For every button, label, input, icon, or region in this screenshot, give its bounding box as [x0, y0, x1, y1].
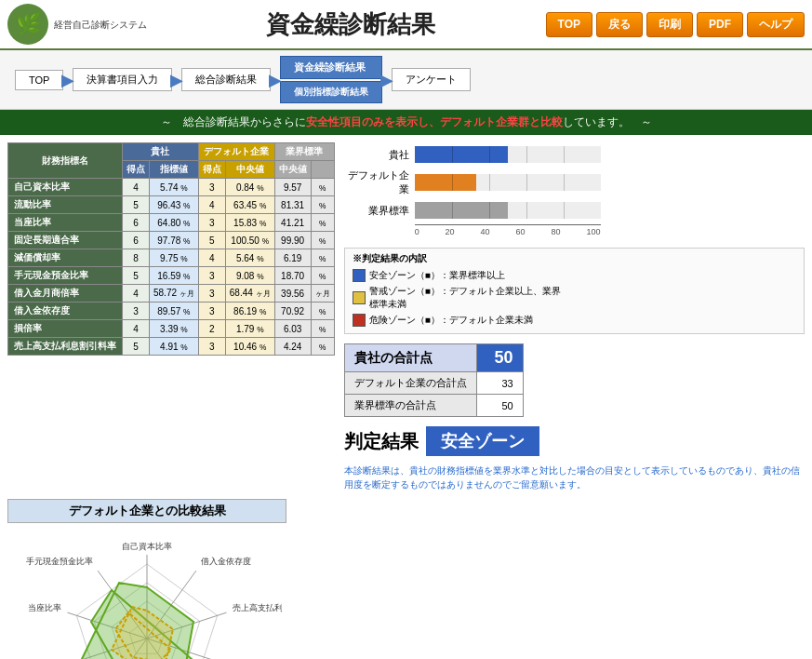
svg-text:自己資本比率: 自己資本比率 [122, 542, 172, 551]
cell-our-score: 5 [123, 196, 150, 214]
nav-top[interactable]: TOP [546, 12, 592, 37]
bar-chart-area: 貴社 デフォルト企業 [344, 142, 805, 240]
cell-ind-mid: 9.57 [274, 179, 311, 196]
cell-def-mid: 9.08 % [225, 267, 274, 285]
bar-row-default: デフォルト企業 [348, 168, 801, 196]
nav-print[interactable]: 印刷 [646, 12, 693, 37]
bar-axis: 0 20 40 60 80 100 [415, 224, 601, 236]
cell-def-score: 3 [198, 179, 225, 196]
cell-ind-unit: % [311, 196, 334, 214]
cell-ind-unit: % [311, 249, 334, 267]
score-val-industry: 50 [476, 395, 523, 417]
legend-safe: 安全ゾーン（■）：業界標準以上 [353, 269, 796, 282]
cell-def-mid: 5.64 % [225, 249, 274, 267]
cell-name: 自己資本比率 [8, 179, 123, 196]
cell-def-score: 3 [198, 267, 225, 285]
cell-ind-mid: 6.03 [274, 320, 311, 338]
cell-def-mid: 63.45 % [225, 196, 274, 214]
cell-our-score: 5 [123, 338, 150, 356]
breadcrumb: TOP ▶ 決算書項目入力 ▶ 総合診断結果 ▶ 資金繰診断結果 個別指標診断結… [0, 50, 812, 110]
cell-def-mid: 15.83 % [225, 214, 274, 232]
cell-name: 借入金依存度 [8, 303, 123, 320]
cell-def-score: 4 [198, 249, 225, 267]
data-table: 財務指標名 貴社 デフォルト企業 業界標準 得点 指標値 得点 中央値 中央値 … [7, 142, 335, 356]
cell-name: 売上高支払利息割引料率 [8, 338, 123, 356]
table-row: 減価償却率 8 9.75 % 4 5.64 % 6.19 % [8, 249, 335, 267]
cell-ind-mid: 41.21 [274, 214, 311, 232]
bc-general[interactable]: 総合診断結果 [181, 68, 271, 91]
cell-name: 借入金月商倍率 [8, 285, 123, 303]
cell-name: 減価償却率 [8, 249, 123, 267]
table-body: 自己資本比率 4 5.74 % 3 0.84 % 9.57 % 流動比率 5 9… [8, 179, 335, 356]
left-section: 財務指標名 貴社 デフォルト企業 業界標準 得点 指標値 得点 中央値 中央値 … [7, 142, 335, 491]
table-row: 売上高支払利息割引料率 5 4.91 % 3 10.46 % 4.24 % [8, 338, 335, 356]
banner-highlight: 安全性項目のみを表示し、デフォルト企業群と比較 [306, 115, 563, 128]
cell-ind-unit: % [311, 267, 334, 285]
axis-100: 100 [587, 227, 601, 236]
axis-0: 0 [415, 227, 419, 236]
note-text: 本診断結果は、貴社の財務指標値を業界水準と対比した場合の目安として表示しているも… [344, 465, 800, 490]
table-row: 流動比率 5 96.43 % 4 63.45 % 81.31 % [8, 196, 335, 214]
cell-ind-unit: % [311, 338, 334, 356]
bc-arrow3: ▶ [269, 70, 282, 90]
nav-help[interactable]: ヘルプ [747, 12, 805, 37]
table-row: 当座比率 6 64.80 % 3 15.83 % 41.21 % [8, 214, 335, 232]
score-row-our: 貴社の合計点 50 [344, 344, 523, 372]
bc-top[interactable]: TOP [15, 70, 63, 90]
legend-title: ※判定結果の内訳 [353, 252, 796, 265]
cell-def-mid: 100.50 % [225, 232, 274, 249]
cell-def-mid: 1.79 % [225, 320, 274, 338]
bc-arrow4: ▶ [380, 70, 393, 90]
bar-label-our: 貴社 [348, 148, 415, 162]
cell-our-value: 16.59 % [150, 267, 199, 285]
bar-container-industry [415, 202, 601, 219]
score-row-industry: 業界標準の合計点 50 [344, 395, 523, 417]
cell-name: 当座比率 [8, 214, 123, 232]
th-def-mid: 中央値 [225, 161, 274, 179]
bc-cashflow[interactable]: 資金繰診断結果 [280, 56, 382, 79]
bc-input[interactable]: 決算書項目入力 [73, 68, 172, 91]
cell-def-score: 3 [198, 214, 225, 232]
score-label-our: 貴社の合計点 [344, 344, 476, 372]
th-def-score: 得点 [198, 161, 225, 179]
svg-text:売上高支払利息割引料率: 売上高支払利息割引料率 [233, 603, 282, 612]
cell-name: 固定長期適合率 [8, 232, 123, 249]
score-label-industry: 業界標準の合計点 [344, 395, 476, 417]
nav-buttons: TOP 戻る 印刷 PDF ヘルプ [546, 12, 805, 37]
score-label-default: デフォルト企業の合計点 [344, 372, 476, 395]
cell-ind-mid: 18.70 [274, 267, 311, 285]
cell-ind-mid: 99.90 [274, 232, 311, 249]
bar-row-industry: 業界標準 [348, 202, 801, 219]
th-ind-mid: 中央値 [274, 161, 311, 179]
cell-our-value: 89.57 % [150, 303, 199, 320]
axis-40: 40 [481, 227, 490, 236]
cell-our-value: 3.39 % [150, 320, 199, 338]
svg-text:手元現金預金比率: 手元現金預金比率 [26, 557, 93, 566]
cell-our-score: 6 [123, 214, 150, 232]
th-our-score: 得点 [123, 161, 150, 179]
cell-our-value: 9.75 % [150, 249, 199, 267]
cell-def-score: 4 [198, 196, 225, 214]
cell-our-score: 6 [123, 232, 150, 249]
cell-our-value: 96.43 % [150, 196, 199, 214]
nav-pdf[interactable]: PDF [697, 12, 743, 37]
cell-ind-mid: 6.19 [274, 249, 311, 267]
cell-def-score: 5 [198, 232, 225, 249]
cell-ind-unit: % [311, 303, 334, 320]
cell-our-value: 5.74 % [150, 179, 199, 196]
cell-def-score: 2 [198, 320, 225, 338]
cell-our-score: 4 [123, 179, 150, 196]
bar-fill-default [415, 174, 476, 191]
cell-def-mid: 68.44 ヶ月 [225, 285, 274, 303]
cell-def-score: 3 [198, 285, 225, 303]
nav-back[interactable]: 戻る [596, 12, 643, 37]
right-section: 貴社 デフォルト企業 [344, 142, 805, 491]
logo-area: 経営自己診断システム [7, 4, 156, 45]
verdict-area: 判定結果 安全ゾーン [344, 426, 805, 456]
bc-survey[interactable]: アンケート [392, 68, 471, 91]
verdict-label: 判定結果 [344, 429, 419, 454]
bc-individual[interactable]: 個別指標診断結果 [280, 81, 382, 103]
bar-fill-industry [415, 202, 508, 219]
page-title: 資金繰診断結果 [266, 8, 435, 41]
cell-ind-unit: % [311, 320, 334, 338]
